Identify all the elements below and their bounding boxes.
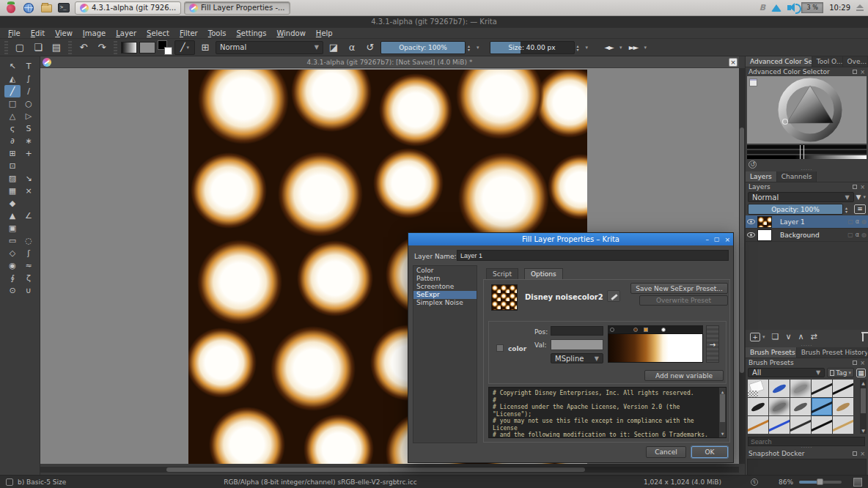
save-button[interactable]: ▤ — [48, 40, 65, 55]
mirror-horizontal-arrow[interactable]: ▾ — [619, 45, 622, 51]
layer-properties-button[interactable]: ⇄ — [811, 332, 817, 342]
eject-icon[interactable] — [856, 4, 864, 11]
new-document-button[interactable]: ▢ — [12, 40, 28, 55]
tool-freehand-select[interactable]: ʃ — [21, 247, 37, 259]
lock-icon[interactable]: ▢ — [847, 218, 853, 225]
hue-ring-and-triangle[interactable] — [747, 76, 867, 144]
close-docker-icon[interactable]: × — [860, 360, 865, 366]
toolbar-handle[interactable] — [4, 41, 8, 54]
tool-reference-images[interactable]: ▣ — [4, 222, 21, 234]
browser-icon[interactable] — [22, 1, 35, 15]
menu-select[interactable]: Select — [141, 29, 174, 37]
cpu-monitor[interactable]: 3 % — [801, 2, 823, 13]
tool-multibrush[interactable]: ∗ — [21, 135, 37, 147]
tool-rectangle[interactable]: □ — [4, 97, 21, 110]
brush-preset-tile[interactable] — [769, 416, 790, 434]
mirror-horizontal-button[interactable]: ◄► — [600, 40, 617, 55]
brush-presets-titlebar[interactable]: Brush Presets × — [746, 358, 868, 367]
tab-channels[interactable]: Channels — [777, 171, 817, 182]
fill-type-screentone[interactable]: Screentone — [413, 283, 477, 291]
menu-edit[interactable]: Edit — [26, 29, 50, 37]
dialog-titlebar[interactable]: Fill Layer Properties – Krita — [408, 233, 733, 245]
tool-calligraphy[interactable]: ∫ — [21, 73, 37, 85]
brush-preset-tile[interactable] — [812, 398, 832, 415]
brush-grid-scrollbar[interactable]: ▲▼ — [860, 380, 867, 434]
brush-editor-button[interactable]: ╱▾ — [174, 40, 195, 55]
tool-text[interactable]: T — [21, 60, 37, 73]
taskbar-window-button[interactable]: 4.3.1-alpha (git 7926... — [75, 1, 181, 15]
menu-view[interactable]: View — [50, 29, 78, 37]
statusbar-brush-preset[interactable]: b) Basic-5 Size — [18, 478, 66, 486]
canvas-vscrollbar[interactable] — [739, 68, 745, 464]
fill-type-pattern[interactable]: Pattern — [413, 275, 477, 283]
gradient-swatch[interactable] — [121, 42, 137, 53]
brush-preset-tile[interactable] — [790, 380, 811, 397]
overwrite-preset-button[interactable]: Overwrite Preset — [639, 295, 728, 306]
canvas-only-mode-icon[interactable] — [853, 478, 862, 487]
brush-preset-tile[interactable] — [748, 380, 768, 397]
tool-dynamic-brush[interactable]: ∂ — [4, 135, 21, 147]
layer-list-empty[interactable] — [746, 242, 868, 330]
tool-similar-select[interactable]: ◉ — [4, 259, 21, 272]
selector-settings-icon[interactable] — [749, 78, 757, 86]
gradient-stop-circle[interactable] — [633, 328, 638, 332]
brush-preset-tile[interactable] — [748, 398, 768, 415]
brush-preset-tile[interactable] — [833, 380, 853, 397]
fill-type-simplex-noise[interactable]: Simplex Noise — [413, 299, 477, 307]
statusbar-doc-size[interactable]: 1,024 x 1,024 (4.0 MiB) — [644, 478, 721, 486]
raspberry-menu-icon[interactable] — [4, 1, 18, 15]
tag-filter-combo[interactable]: All▼ — [748, 368, 825, 377]
saturation-bar[interactable] — [747, 150, 867, 154]
minimize-icon[interactable]: – — [705, 236, 709, 243]
tool-contiguous-select[interactable]: ≈ — [21, 259, 37, 272]
size-options-arrow[interactable]: ▾ — [586, 45, 589, 51]
close-docker-icon[interactable]: × — [860, 451, 865, 457]
float-docker-icon[interactable] — [853, 451, 857, 456]
fill-type-color[interactable]: Color — [413, 267, 477, 275]
tool-measure[interactable]: ∠ — [21, 210, 37, 222]
layer-visibility-icon[interactable] — [747, 232, 755, 237]
cancel-button[interactable]: Cancel — [646, 446, 686, 458]
bluetooth-icon[interactable]: B — [760, 3, 765, 12]
tab-brush-preset-history[interactable]: Brush Preset History — [797, 347, 868, 358]
brush-preset-tile[interactable] — [812, 380, 832, 397]
gradient-stop-markers[interactable] — [608, 325, 703, 333]
gradient-stop-circle[interactable] — [610, 328, 614, 332]
foreground-background-colors[interactable] — [158, 40, 172, 55]
tool-pattern-edit[interactable]: ▦ — [4, 185, 21, 197]
value-bar[interactable] — [747, 145, 867, 149]
lock-icon[interactable]: ▢ — [847, 232, 853, 238]
tab-script[interactable]: Script — [486, 268, 518, 279]
tab-brush-presets[interactable]: Brush Presets — [746, 347, 797, 358]
statusbar-zoom-value[interactable]: 86% — [779, 478, 793, 486]
tool-transform[interactable]: ⊞ — [4, 147, 21, 160]
tab-tool-o[interactable]: Tool O... — [812, 56, 843, 67]
layers-titlebar[interactable]: Layers × — [746, 182, 868, 191]
canvas-subwindow-titlebar[interactable]: 4.3.1-alpha (git 79267b7): [Not Saved] (… — [40, 56, 739, 68]
tool-polygon-select[interactable]: ◇ — [4, 247, 21, 259]
menu-tools[interactable]: Tools — [203, 29, 232, 37]
save-new-preset-button[interactable]: Save New SeExpr Preset... — [630, 283, 728, 294]
brush-preset-tile[interactable] — [790, 398, 811, 415]
inherit-alpha-icon[interactable]: ◍ — [861, 232, 867, 238]
close-docker-icon[interactable]: × — [860, 184, 865, 191]
add-layer-arrow[interactable]: ▾ — [762, 334, 765, 340]
tool-smart-patch[interactable]: × — [21, 185, 37, 197]
tool-path-select[interactable]: ∮ — [4, 272, 21, 284]
layer-opacity-spinner[interactable]: ▴▾ — [845, 206, 852, 213]
taskbar-window-button[interactable]: Fill Layer Properties -... — [184, 1, 290, 15]
float-docker-icon[interactable] — [853, 70, 857, 74]
tool-crop[interactable]: ⊡ — [4, 160, 21, 172]
float-docker-icon[interactable] — [853, 185, 857, 189]
tool-rect-select[interactable]: ▭ — [4, 234, 21, 247]
tool-move[interactable]: + — [21, 147, 37, 160]
tool-pan[interactable]: ∪ — [21, 284, 37, 297]
tool-freehand-path[interactable]: S — [21, 122, 37, 135]
gradient-preview[interactable] — [608, 333, 703, 363]
undo-button[interactable]: ↶ — [76, 40, 92, 55]
val-input[interactable] — [551, 339, 603, 350]
reload-preset-button[interactable]: ↺ — [362, 40, 378, 55]
workspace-chooser-button[interactable]: ⊞ — [197, 40, 213, 55]
statusbar-colorspace[interactable]: RGB/Alpha (8-bit integer/channel) sRGB-e… — [224, 478, 416, 486]
file-manager-icon[interactable] — [40, 1, 53, 15]
